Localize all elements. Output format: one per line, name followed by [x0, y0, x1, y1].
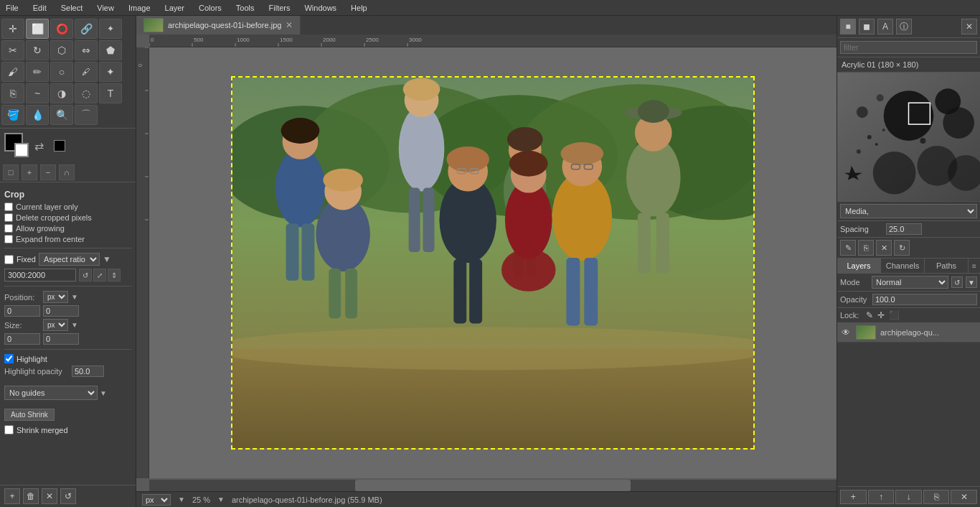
tool-crop[interactable]: ✂: [1, 40, 24, 60]
tab-channels[interactable]: Channels: [881, 259, 925, 273]
position-unit-select[interactable]: px: [43, 291, 68, 303]
raise-layer-button[interactable]: ↑: [868, 490, 895, 504]
px-unit-select[interactable]: px: [142, 494, 171, 506]
tool-eyedropper[interactable]: 💧: [26, 105, 49, 125]
size-y-input[interactable]: [43, 333, 79, 345]
size-x-input[interactable]: [4, 333, 40, 345]
tool-zoom[interactable]: 🔍: [50, 105, 73, 125]
menu-layer[interactable]: Layer: [162, 4, 188, 12]
current-layer-only-checkbox[interactable]: [4, 203, 13, 211]
tool-flip[interactable]: ⇔: [75, 40, 98, 60]
delete-preset-button[interactable]: 🗑: [23, 488, 39, 504]
restore-button[interactable]: ↺: [60, 488, 76, 504]
mode-subtract[interactable]: −: [40, 164, 56, 180]
menu-edit[interactable]: Edit: [30, 4, 50, 12]
tool-perspective[interactable]: ⬡: [50, 40, 73, 60]
edit-icon[interactable]: ✎: [840, 240, 856, 256]
new-layer-button[interactable]: +: [840, 490, 867, 504]
tool-dodge-burn[interactable]: ◑: [50, 83, 73, 103]
menu-view[interactable]: View: [94, 4, 117, 12]
mode-new[interactable]: □: [3, 164, 19, 180]
lock-paint-icon[interactable]: ✎: [866, 310, 873, 320]
tool-paths[interactable]: ⌒: [75, 105, 98, 125]
tool-transform[interactable]: ↻: [26, 40, 49, 60]
paint-bucket-icon[interactable]: ■: [840, 19, 856, 34]
mode-reset-icon[interactable]: ↺: [951, 276, 963, 288]
background-color[interactable]: [14, 143, 29, 157]
mode-add[interactable]: +: [22, 164, 37, 180]
layer-visibility-toggle[interactable]: 👁: [840, 327, 852, 338]
highlight-checkbox[interactable]: [4, 354, 14, 363]
refresh-icon[interactable]: ↻: [894, 240, 910, 256]
close-right-panel-icon[interactable]: ✕: [961, 19, 977, 34]
menu-image[interactable]: Image: [126, 4, 154, 12]
expand-from-center-checkbox[interactable]: [4, 235, 13, 243]
filter-input[interactable]: [840, 41, 977, 54]
auto-shrink-button[interactable]: Auto Shrink: [4, 409, 55, 421]
tool-smudge[interactable]: ~: [26, 83, 49, 103]
highlight-opacity-input[interactable]: [72, 366, 104, 377]
menu-colors[interactable]: Colors: [196, 4, 225, 12]
media-select[interactable]: Media,: [840, 204, 977, 218]
duplicate-icon[interactable]: ⎘: [858, 240, 874, 256]
reset-button[interactable]: ✕: [42, 488, 57, 504]
menu-select[interactable]: Select: [58, 4, 86, 12]
tool-heal[interactable]: ✦: [99, 62, 122, 82]
mode-select[interactable]: Normal: [872, 276, 948, 289]
swap-size-icon[interactable]: ⇕: [108, 269, 121, 282]
size-value-input[interactable]: [4, 269, 76, 282]
menu-help[interactable]: Help: [348, 4, 370, 12]
canvas-viewport[interactable]: [149, 47, 837, 478]
tool-blur[interactable]: ◌: [75, 83, 98, 103]
expand-size-icon[interactable]: ⤢: [93, 269, 106, 282]
menu-windows[interactable]: Windows: [301, 4, 339, 12]
mode-intersect[interactable]: ∩: [59, 164, 75, 180]
tool-move[interactable]: ✛: [1, 19, 24, 39]
tab-paths[interactable]: Paths: [925, 259, 969, 273]
tool-fuzzy-select[interactable]: ✦: [99, 19, 122, 39]
tool-fill[interactable]: 🪣: [1, 105, 24, 125]
mode-dropdown-icon[interactable]: ▼: [966, 276, 977, 288]
tool-airbrush[interactable]: ○: [50, 62, 73, 82]
size-unit-select[interactable]: px: [43, 319, 68, 331]
lock-position-icon[interactable]: ✛: [877, 310, 885, 320]
tool-ink[interactable]: 🖋: [75, 62, 98, 82]
reset-colors-icon[interactable]: [54, 140, 65, 152]
opacity-input[interactable]: [872, 294, 977, 305]
menu-file[interactable]: File: [3, 4, 22, 12]
swap-colors-icon[interactable]: ⇄: [34, 139, 44, 153]
delete-icon[interactable]: ✕: [876, 240, 892, 256]
tab-close-button[interactable]: ✕: [286, 20, 293, 30]
lock-alpha-icon[interactable]: ⬛: [889, 310, 900, 320]
tool-text[interactable]: T: [99, 83, 122, 103]
new-preset-button[interactable]: +: [4, 488, 20, 504]
layer-item[interactable]: 👁 archipelago-qu...: [837, 323, 980, 343]
shrink-merged-checkbox[interactable]: [4, 425, 14, 434]
fixed-checkbox[interactable]: [4, 255, 14, 264]
tab-layers[interactable]: Layers: [837, 259, 881, 273]
tool-align[interactable]: ⬟: [99, 40, 122, 60]
horizontal-scrollbar[interactable]: [149, 480, 837, 491]
allow-growing-checkbox[interactable]: [4, 224, 13, 233]
delete-cropped-pixels-checkbox[interactable]: [4, 213, 13, 222]
tool-ellipse-select[interactable]: ⭕: [50, 19, 73, 39]
spacing-input[interactable]: [886, 223, 922, 235]
tool-rectangle-select[interactable]: ⬜: [26, 19, 49, 39]
color-swatches[interactable]: [4, 133, 30, 159]
tool-paintbrush[interactable]: 🖌: [1, 62, 24, 82]
lower-layer-button[interactable]: ↓: [895, 490, 922, 504]
aspect-ratio-select[interactable]: Aspect ratio: [39, 253, 100, 266]
tool-lasso[interactable]: 🔗: [75, 19, 98, 39]
pattern-icon[interactable]: ◼: [859, 19, 875, 34]
position-y-input[interactable]: [43, 305, 79, 317]
guides-select[interactable]: No guides: [4, 386, 98, 400]
menu-filters[interactable]: Filters: [266, 4, 293, 12]
reset-size-icon[interactable]: ↺: [79, 269, 92, 282]
delete-layer-button[interactable]: ✕: [951, 490, 977, 504]
position-x-input[interactable]: [4, 305, 40, 317]
menu-tools[interactable]: Tools: [233, 4, 258, 12]
lcp-extra-icon[interactable]: ≡: [969, 259, 980, 273]
font-icon[interactable]: A: [877, 19, 893, 34]
tool-clone[interactable]: ⎘: [1, 83, 24, 103]
info-icon[interactable]: ⓘ: [896, 19, 912, 34]
